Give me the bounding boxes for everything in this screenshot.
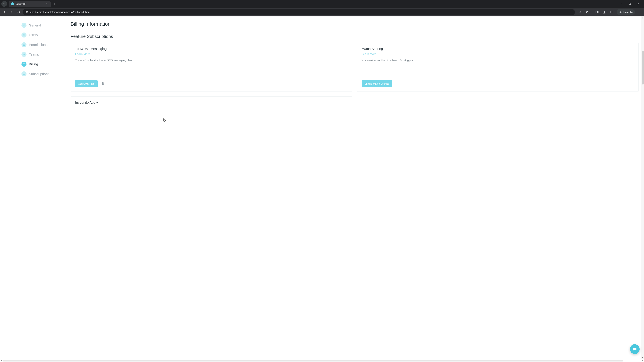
sidepanel-button[interactable] xyxy=(609,9,614,14)
scroll-up-arrow-icon[interactable]: ▲ xyxy=(641,16,644,19)
sidepanel-icon xyxy=(610,10,614,14)
sidebar-item-billing[interactable]: Billing xyxy=(0,59,65,69)
feature-cards: Text/SMS Messaging Learn More You aren't… xyxy=(70,43,639,107)
svg-point-7 xyxy=(24,25,24,26)
svg-rect-4 xyxy=(611,11,613,13)
tab-search-button[interactable] xyxy=(1,1,7,7)
toolbar-right: Incognito ⋮ xyxy=(576,9,642,15)
window-controls xyxy=(619,1,643,6)
chat-launcher-button[interactable] xyxy=(630,344,640,354)
card-title: Match Scoring xyxy=(362,47,634,51)
card-desc: You aren't subscribed to an SMS messagin… xyxy=(75,58,348,62)
zoom-button[interactable] xyxy=(577,9,582,14)
scroll-thumb[interactable] xyxy=(3,360,623,362)
vertical-scrollbar[interactable]: ▲ ▼ xyxy=(641,16,644,359)
window-close-button[interactable] xyxy=(636,1,641,6)
card-title: Incognito Apply xyxy=(75,100,348,104)
feature-card-sms: Text/SMS Messaging Learn More You aren't… xyxy=(70,43,352,92)
chevron-down-icon xyxy=(3,3,5,5)
svg-rect-13 xyxy=(23,73,25,75)
scroll-track[interactable] xyxy=(641,19,644,356)
sidebar-item-label: Permissions xyxy=(29,43,48,47)
tune-icon xyxy=(25,11,28,13)
browser-menu-button[interactable]: ⋮ xyxy=(637,10,642,14)
app-viewport: General Users Permissions Teams xyxy=(0,16,644,359)
card-desc: You aren't subscribed to a Match Scoring… xyxy=(362,58,634,62)
sidebar-item-general[interactable]: General xyxy=(0,20,65,30)
browser-chrome: Breezy HR ✕ ＋ xyxy=(0,0,644,16)
nav-reload-button[interactable] xyxy=(16,9,22,15)
scroll-right-arrow-icon[interactable]: ▶ xyxy=(641,359,644,362)
bookmark-button[interactable] xyxy=(585,9,590,14)
downloads-button[interactable] xyxy=(602,9,607,14)
feature-card-match-scoring: Match Scoring Learn More You aren't subs… xyxy=(357,43,639,92)
team-icon xyxy=(22,52,26,57)
scroll-thumb[interactable] xyxy=(642,51,644,84)
arrow-left-icon xyxy=(3,10,6,14)
extensions-button[interactable] xyxy=(594,9,600,14)
omnibox[interactable]: app.breezy.hr/app/c/moodjoy/company/sett… xyxy=(23,9,575,15)
magnifier-icon xyxy=(578,10,582,14)
add-sms-plan-button[interactable]: Add SMS Plan xyxy=(75,80,98,87)
tab-close-button[interactable]: ✕ xyxy=(45,2,48,5)
sidebar-item-label: Users xyxy=(29,33,38,37)
incognito-label: Incognito xyxy=(623,11,632,13)
page: General Users Permissions Teams xyxy=(0,16,644,359)
svg-point-2 xyxy=(26,12,26,13)
arrow-right-icon xyxy=(10,10,13,14)
sidebar-item-users[interactable]: Users xyxy=(0,30,65,40)
nav-back-button[interactable] xyxy=(2,9,8,15)
download-icon xyxy=(603,10,606,14)
incognito-icon xyxy=(619,10,622,13)
learn-more-link[interactable]: Learn More xyxy=(75,52,348,56)
sidebar-item-label: Subscriptions xyxy=(29,72,50,76)
browser-tab[interactable]: Breezy HR ✕ xyxy=(9,1,51,7)
incognito-indicator[interactable]: Incognito xyxy=(617,9,635,15)
user-icon xyxy=(22,32,26,37)
enable-match-scoring-button[interactable]: Enable Match Scoring xyxy=(362,80,392,87)
lock-icon xyxy=(22,42,26,47)
star-icon xyxy=(586,10,589,14)
new-tab-button[interactable]: ＋ xyxy=(52,1,57,6)
settings-sidebar: General Users Permissions Teams xyxy=(0,16,65,359)
omnibox-url: app.breezy.hr/app/c/moodjoy/company/sett… xyxy=(30,11,90,13)
learn-more-link[interactable]: Learn More xyxy=(362,52,634,56)
svg-point-10 xyxy=(23,54,24,54)
sidebar-item-label: Teams xyxy=(29,53,39,56)
scroll-down-arrow-icon[interactable]: ▼ xyxy=(641,356,644,359)
sidebar-item-label: Billing xyxy=(29,62,38,66)
scroll-left-arrow-icon[interactable]: ◀ xyxy=(0,359,3,362)
sidebar-item-teams[interactable]: Teams xyxy=(0,50,65,59)
nav-forward-button[interactable] xyxy=(9,9,14,15)
sidebar-item-label: General xyxy=(29,23,41,27)
svg-rect-9 xyxy=(23,44,25,45)
svg-point-8 xyxy=(24,34,24,35)
puzzle-icon xyxy=(595,10,599,14)
horizontal-scrollbar[interactable]: ◀ ▶ xyxy=(0,359,644,362)
maximize-icon xyxy=(629,3,631,5)
page-title: Billing Information xyxy=(70,21,639,27)
sidebar-item-subscriptions[interactable]: Subscriptions xyxy=(0,69,65,79)
card-title: Text/SMS Messaging xyxy=(75,47,348,51)
svg-point-11 xyxy=(24,54,25,55)
close-icon xyxy=(637,3,640,5)
sidebar-item-permissions[interactable]: Permissions xyxy=(0,40,65,50)
window-minimize-button[interactable] xyxy=(619,1,624,6)
window-maximize-button[interactable] xyxy=(628,1,632,6)
section-title: Feature Subscriptions xyxy=(70,34,639,39)
tab-favicon xyxy=(11,2,14,5)
contact-card-icon[interactable] xyxy=(102,82,105,86)
gear-icon xyxy=(22,23,26,28)
site-settings-chip[interactable] xyxy=(25,10,28,14)
learn-more-link[interactable]: Learn More xyxy=(75,106,348,107)
svg-rect-12 xyxy=(23,64,25,65)
main-content: Billing Information Feature Subscription… xyxy=(65,16,644,359)
feature-card-incognito-apply: Incognito Apply Learn More xyxy=(70,96,352,107)
credit-card-icon xyxy=(22,62,26,67)
tab-title: Breezy HR xyxy=(16,3,43,5)
minimize-icon xyxy=(620,3,623,5)
subscription-icon xyxy=(22,71,26,76)
svg-point-1 xyxy=(27,11,27,12)
browser-toolbar: app.breezy.hr/app/c/moodjoy/company/sett… xyxy=(0,8,644,16)
reload-icon xyxy=(17,10,20,13)
